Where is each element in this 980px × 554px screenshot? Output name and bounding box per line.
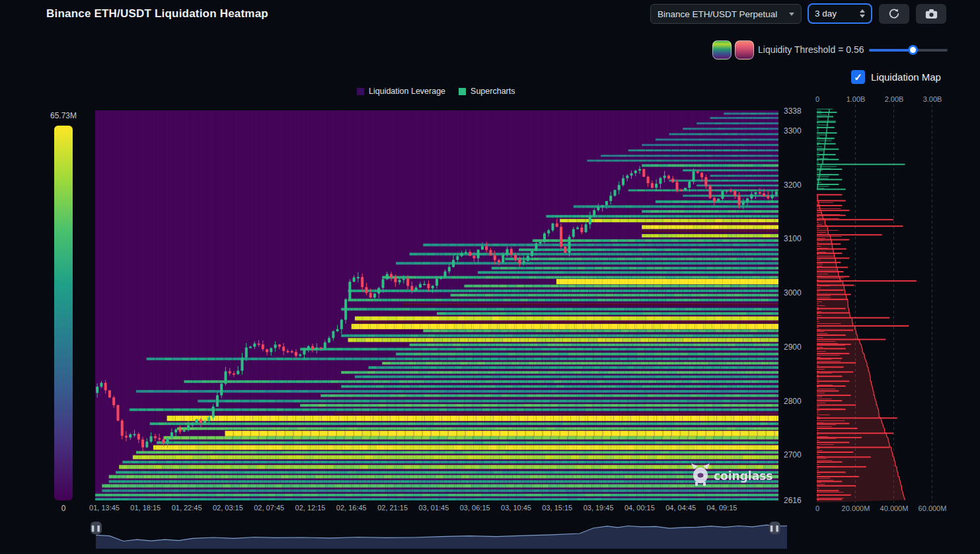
camera-icon	[925, 9, 938, 19]
navigator[interactable]: ❚❚ ❚❚	[96, 518, 787, 549]
colorbar-gradient	[54, 126, 73, 500]
navigator-right-handle[interactable]: ❚❚	[769, 522, 780, 534]
liqmap-bottom-tick-label: 60.000M	[919, 504, 947, 512]
time-tick-label: 04, 09:15	[707, 504, 737, 512]
liqmap-top-tick-label: 1.00B	[847, 95, 866, 103]
time-tick-label: 03, 01:45	[418, 504, 449, 512]
time-tick-label: 02, 07:45	[254, 504, 284, 512]
price-tick-label: 3300	[784, 126, 802, 136]
magma-gradient-swatch[interactable]	[735, 40, 754, 59]
refresh-icon	[888, 8, 900, 20]
navigator-left-handle[interactable]: ❚❚	[91, 522, 102, 534]
colorbar-max-label: 65.73M	[40, 111, 87, 120]
liqmap-top-tick-label: 0	[815, 95, 819, 103]
liqmap-bottom-tick-label: 40.000M	[880, 504, 909, 512]
time-tick-label: 02, 03:15	[213, 504, 243, 512]
screenshot-button[interactable]	[916, 4, 946, 24]
time-tick-label: 01, 22:45	[172, 504, 202, 512]
viridis-gradient-swatch[interactable]	[712, 40, 732, 59]
slider-fill	[869, 49, 913, 52]
price-tick-label: 3100	[784, 234, 802, 243]
page-title: Binance ETH/USDT Liquidation Heatmap	[46, 7, 268, 20]
chart-legend: Liquidation Leverage Supercharts	[357, 87, 515, 96]
liqmap-top-tick-label: 3.00B	[923, 95, 942, 103]
price-tick-label: 2800	[784, 397, 802, 406]
navigator-canvas[interactable]	[96, 518, 787, 549]
time-tick-label: 04, 00:15	[624, 504, 655, 512]
spinner-arrows-icon	[860, 9, 865, 18]
time-tick-label: 02, 12:15	[295, 504, 326, 512]
liquidation-map-plot-area[interactable]	[817, 104, 966, 502]
legend-item-supercharts[interactable]: Supercharts	[459, 87, 515, 96]
time-tick-label: 01, 18:15	[130, 504, 161, 512]
interval-select-value: 3 day	[815, 9, 837, 19]
time-tick-label: 03, 19:45	[584, 504, 614, 512]
heatmap-plot-area[interactable]	[95, 110, 778, 500]
price-tick-label: 2900	[784, 342, 802, 352]
time-tick-label: 01, 13:45	[89, 504, 120, 512]
liqmap-bottom-tick-label: 20.000M	[842, 504, 870, 512]
price-tick-label: 3000	[784, 288, 802, 297]
price-tick-label: 2700	[784, 450, 802, 459]
liqmap-top-tick-label: 2.00B	[885, 95, 904, 103]
liquidation-map-label: Liquidation Map	[871, 71, 941, 83]
legend-label: Supercharts	[471, 87, 515, 96]
price-tick-label: 2616	[784, 496, 802, 505]
price-tick-label: 3338	[784, 106, 802, 116]
chevron-down-icon	[789, 13, 794, 16]
liquidity-threshold-slider[interactable]	[869, 48, 948, 53]
legend-item-liquidation-leverage[interactable]: Liquidation Leverage	[357, 87, 445, 96]
time-tick-label: 03, 15:15	[542, 504, 572, 512]
time-tick-label: 03, 06:15	[460, 504, 490, 512]
time-tick-label: 02, 21:15	[377, 504, 408, 512]
liquidation-map-canvas[interactable]	[817, 104, 966, 502]
symbol-dropdown-value: Binance ETH/USDT Perpetual	[658, 9, 777, 19]
time-tick-label: 02, 16:45	[336, 504, 367, 512]
symbol-dropdown[interactable]: Binance ETH/USDT Perpetual	[650, 4, 802, 24]
legend-label: Liquidation Leverage	[369, 87, 445, 96]
heatmap-canvas[interactable]	[95, 110, 778, 500]
colorbar-min-label: 0	[40, 504, 87, 513]
liquidation-map-checkbox[interactable]: ✓	[851, 70, 865, 84]
price-tick-label: 3200	[784, 180, 802, 190]
time-tick-label: 03, 10:45	[501, 504, 531, 512]
legend-swatch-purple	[357, 88, 364, 95]
legend-swatch-green	[459, 88, 466, 95]
liquidity-threshold-label: Liquidity Threshold = 0.56	[758, 44, 864, 55]
liqmap-bottom-tick-label: 0	[815, 504, 819, 512]
slider-thumb[interactable]	[908, 45, 918, 55]
interval-select[interactable]: 3 day	[808, 3, 872, 24]
time-tick-label: 04, 04:45	[665, 504, 696, 512]
refresh-button[interactable]	[879, 4, 909, 24]
